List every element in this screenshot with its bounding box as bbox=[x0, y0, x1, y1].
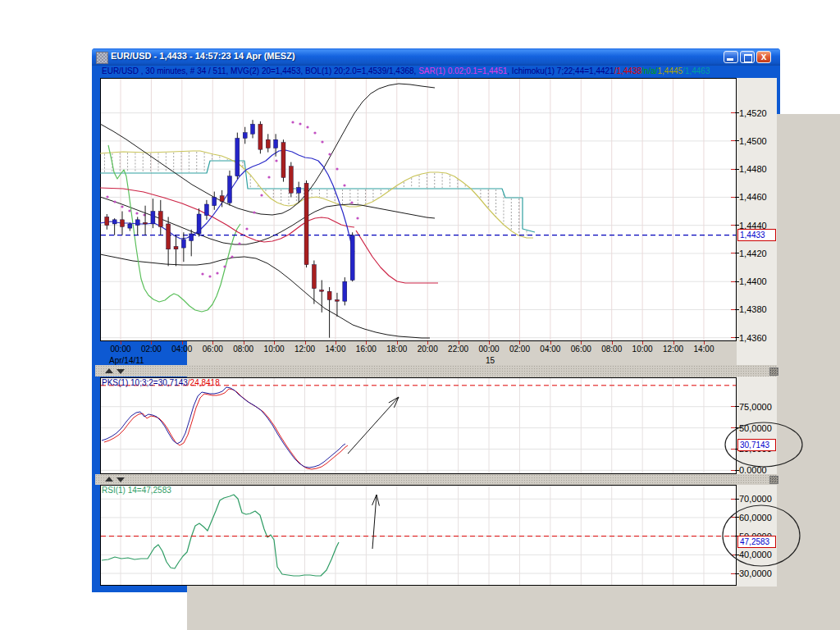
candle-body bbox=[105, 217, 109, 225]
candle-body bbox=[128, 224, 132, 228]
candle-body bbox=[312, 265, 316, 289]
sar-dot bbox=[267, 176, 270, 178]
candle-body bbox=[274, 139, 278, 148]
candle-body bbox=[258, 124, 262, 149]
candle-body bbox=[297, 187, 301, 193]
sar-dot bbox=[299, 122, 301, 125]
candle-body bbox=[151, 212, 155, 224]
sar-dot bbox=[260, 194, 262, 196]
candle-body bbox=[121, 220, 125, 227]
sar-dot bbox=[121, 205, 123, 208]
sar-dot bbox=[356, 217, 358, 219]
candle-body bbox=[243, 133, 247, 139]
candle-body bbox=[281, 143, 285, 178]
pks-d-line bbox=[104, 389, 348, 469]
candle-body bbox=[212, 197, 217, 205]
candle-body bbox=[174, 246, 178, 249]
sar-dot bbox=[106, 195, 108, 198]
senkou-b-line bbox=[100, 161, 535, 232]
sar-dot bbox=[328, 153, 331, 155]
candle-body bbox=[266, 139, 270, 148]
rsi-line bbox=[102, 495, 339, 576]
sar-dot bbox=[306, 126, 308, 128]
sar-dot bbox=[238, 242, 240, 244]
pks-d-group bbox=[104, 389, 348, 469]
candle-body bbox=[289, 167, 293, 194]
sar-dot bbox=[343, 184, 345, 186]
sar-dot bbox=[350, 201, 353, 203]
candle-body bbox=[227, 176, 231, 203]
sar-dot bbox=[245, 227, 248, 230]
senkou-a-line bbox=[100, 151, 533, 238]
candle-body bbox=[235, 138, 240, 176]
candle-body bbox=[135, 220, 139, 226]
candle-body bbox=[181, 240, 185, 248]
sar-dot bbox=[313, 131, 316, 134]
candle-body bbox=[220, 196, 224, 202]
sar-dot bbox=[135, 212, 138, 214]
sar-dot bbox=[208, 275, 211, 277]
candle-body bbox=[350, 235, 354, 281]
candle-body bbox=[189, 234, 194, 241]
kijun-sen-line bbox=[100, 188, 354, 242]
candle-body bbox=[304, 183, 308, 264]
sar-dot bbox=[216, 272, 218, 274]
candle-body bbox=[144, 222, 148, 224]
candle-body bbox=[158, 212, 162, 227]
sar-dot bbox=[275, 159, 277, 162]
sar-dot bbox=[253, 211, 255, 213]
rsi-trend-arrow-head bbox=[377, 495, 379, 506]
sar-dot bbox=[128, 209, 130, 212]
sar-dot bbox=[321, 140, 323, 143]
candle-body bbox=[167, 224, 171, 249]
sar-dot bbox=[201, 272, 203, 275]
sar-dot bbox=[291, 121, 294, 123]
pks-trend-arrow bbox=[348, 397, 399, 454]
candle-body bbox=[251, 124, 255, 134]
sar-dot bbox=[223, 265, 226, 267]
chikou-span-line bbox=[108, 145, 240, 312]
candle-body bbox=[327, 291, 331, 299]
candle-body bbox=[112, 220, 116, 224]
sar-dot bbox=[113, 200, 116, 203]
bollinger-middle-line bbox=[100, 197, 435, 244]
candle-body bbox=[197, 214, 201, 234]
tenkan-sen-line bbox=[100, 150, 354, 252]
pks-k-line bbox=[102, 387, 345, 468]
desktop: EUR/USD - 1,4433 - 14:57:23 14 Apr (MESZ… bbox=[0, 0, 840, 630]
sar-dot bbox=[336, 167, 338, 170]
chart-canvas bbox=[0, 0, 840, 630]
sar-dot bbox=[231, 255, 233, 258]
candle-body bbox=[343, 281, 347, 301]
candle-body bbox=[320, 290, 324, 291]
candle-body bbox=[335, 299, 339, 301]
candle-body bbox=[204, 204, 208, 216]
